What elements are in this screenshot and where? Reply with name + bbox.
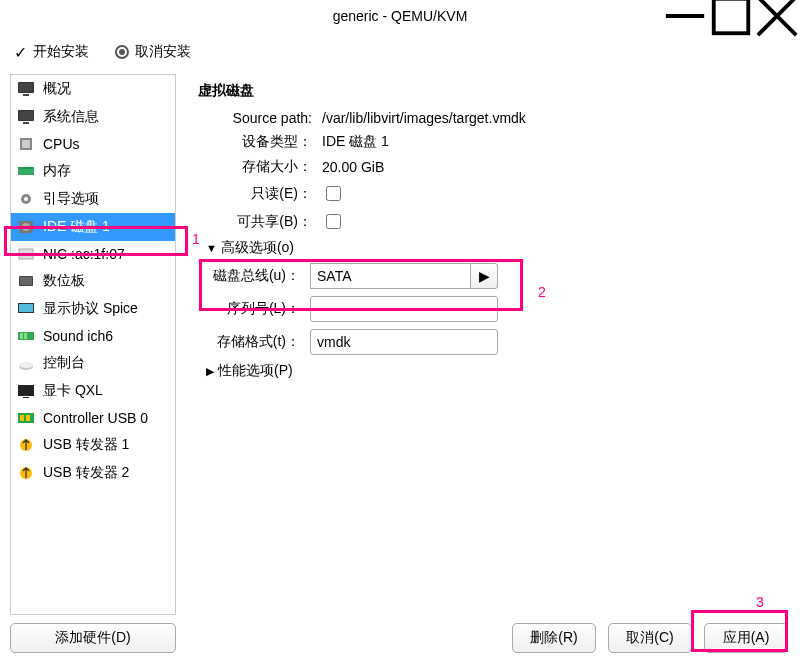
- performance-header[interactable]: ▶ 性能选项(P): [206, 362, 790, 380]
- serial-input[interactable]: [310, 296, 498, 322]
- sidebar-item-label: 系统信息: [43, 108, 99, 126]
- sidebar-item-0[interactable]: 概况: [11, 75, 175, 103]
- disk-form: Source path: /var/lib/libvirt/images/tar…: [212, 110, 790, 232]
- svg-rect-3: [23, 94, 29, 96]
- annotation-label-1: 1: [192, 231, 200, 247]
- ram-icon: [17, 163, 35, 179]
- svg-point-25: [19, 362, 33, 368]
- svg-point-12: [24, 197, 28, 201]
- sidebar-item-label: IDE 磁盘 1: [43, 218, 110, 236]
- sidebar-item-label: USB 转发器 1: [43, 436, 129, 454]
- video-icon: [17, 383, 35, 399]
- begin-install-label: 开始安装: [33, 43, 89, 61]
- disk-bus-input[interactable]: [310, 263, 470, 289]
- svg-rect-18: [20, 277, 32, 285]
- cancel-install-button[interactable]: 取消安装: [115, 43, 191, 61]
- minimize-button[interactable]: [662, 0, 708, 32]
- cancel-button[interactable]: 取消(C): [608, 623, 692, 653]
- readonly-label: 只读(E)：: [212, 185, 312, 203]
- sidebar-item-label: Controller USB 0: [43, 410, 148, 426]
- sidebar-item-1[interactable]: 系统信息: [11, 103, 175, 131]
- svg-rect-20: [19, 304, 33, 312]
- advanced-header[interactable]: ▼ 高级选项(o): [206, 239, 790, 257]
- svg-rect-30: [26, 415, 30, 421]
- device-type-value: IDE 磁盘 1: [322, 133, 389, 151]
- storage-size-value: 20.00 GiB: [322, 159, 384, 175]
- sidebar-item-12[interactable]: Controller USB 0: [11, 405, 175, 431]
- sidebar-item-8[interactable]: 显示协议 Spice: [11, 295, 175, 323]
- sidebar-item-label: NIC :ac:1f:07: [43, 246, 125, 262]
- sidebar-item-label: 显示协议 Spice: [43, 300, 138, 318]
- advanced-expander: ▼ 高级选项(o) 磁盘总线(u)： ▶ 序列号(L)：: [206, 239, 790, 355]
- footer: 删除(R) 取消(C) 应用(A): [512, 623, 788, 653]
- sidebar-item-5[interactable]: IDE 磁盘 1: [11, 213, 175, 241]
- svg-rect-2: [19, 83, 33, 92]
- sidebar-item-9[interactable]: Sound ich6: [11, 323, 175, 349]
- sidebar-item-label: Sound ich6: [43, 328, 113, 344]
- sidebar-item-label: 内存: [43, 162, 71, 180]
- svg-rect-8: [22, 140, 30, 148]
- check-icon: ✓: [14, 43, 27, 62]
- close-button[interactable]: [754, 0, 800, 32]
- sidebar: 概况系统信息CPUs内存引导选项IDE 磁盘 1NIC :ac:1f:07数位板…: [0, 72, 186, 661]
- sidebar-item-13[interactable]: USB 转发器 1: [11, 431, 175, 459]
- advanced-body: 磁盘总线(u)： ▶ 序列号(L)： 存储格式(t)：: [206, 263, 790, 355]
- monitor-icon: [17, 109, 35, 125]
- shareable-label: 可共享(B)：: [212, 213, 312, 231]
- svg-rect-26: [18, 385, 34, 396]
- apply-button[interactable]: 应用(A): [704, 623, 788, 653]
- chevron-right-icon: ▶: [479, 268, 490, 284]
- gear-icon: [17, 191, 35, 207]
- sidebar-item-label: USB 转发器 2: [43, 464, 129, 482]
- sidebar-item-11[interactable]: 显卡 QXL: [11, 377, 175, 405]
- svg-rect-5: [19, 111, 33, 120]
- source-path-value: /var/lib/libvirt/images/target.vmdk: [322, 110, 526, 126]
- main-panel: 虚拟磁盘 Source path: /var/lib/libvirt/image…: [186, 72, 800, 661]
- sidebar-item-14[interactable]: USB 转发器 2: [11, 459, 175, 487]
- begin-install-button[interactable]: ✓ 开始安装: [14, 43, 89, 62]
- triangle-down-icon: ▼: [206, 242, 217, 254]
- svg-rect-16: [19, 249, 33, 259]
- usb-redirect-icon: [17, 437, 35, 453]
- add-hardware-label: 添加硬件(D): [55, 629, 130, 647]
- sidebar-item-2[interactable]: CPUs: [11, 131, 175, 157]
- sidebar-item-label: 数位板: [43, 272, 85, 290]
- cpu-icon: [17, 136, 35, 152]
- cancel-icon: [115, 45, 129, 59]
- sidebar-item-4[interactable]: 引导选项: [11, 185, 175, 213]
- storage-size-label: 存储大小：: [212, 158, 312, 176]
- hardware-list[interactable]: 概况系统信息CPUs内存引导选项IDE 磁盘 1NIC :ac:1f:07数位板…: [10, 74, 176, 615]
- disk-bus-combo[interactable]: ▶: [310, 263, 498, 289]
- sidebar-item-7[interactable]: 数位板: [11, 267, 175, 295]
- add-hardware-button[interactable]: 添加硬件(D): [10, 623, 176, 653]
- container: 概况系统信息CPUs内存引导选项IDE 磁盘 1NIC :ac:1f:07数位板…: [0, 72, 800, 661]
- annotation-label-3: 3: [756, 594, 764, 610]
- window: generic - QEMU/KVM ✓ 开始安装 取消安装 概况系统信息CPU…: [0, 0, 800, 661]
- delete-button[interactable]: 删除(R): [512, 623, 596, 653]
- sidebar-item-label: CPUs: [43, 136, 80, 152]
- disk-bus-dropdown-button[interactable]: ▶: [470, 263, 498, 289]
- sound-icon: [17, 328, 35, 344]
- titlebar: generic - QEMU/KVM: [0, 0, 800, 32]
- usb-redirect-icon: [17, 465, 35, 481]
- storage-format-input[interactable]: [310, 329, 498, 355]
- sidebar-item-6[interactable]: NIC :ac:1f:07: [11, 241, 175, 267]
- svg-rect-10: [18, 167, 34, 169]
- svg-rect-27: [23, 397, 29, 398]
- annotation-label-2: 2: [538, 284, 546, 300]
- disk-icon: [17, 219, 35, 235]
- svg-rect-0: [714, 0, 749, 33]
- shareable-checkbox[interactable]: [326, 214, 341, 229]
- display-icon: [17, 301, 35, 317]
- cancel-install-label: 取消安装: [135, 43, 191, 61]
- performance-header-label: 性能选项(P): [218, 362, 293, 380]
- sidebar-item-10[interactable]: 控制台: [11, 349, 175, 377]
- device-type-label: 设备类型：: [212, 133, 312, 151]
- readonly-checkbox[interactable]: [326, 186, 341, 201]
- svg-point-15: [25, 226, 27, 228]
- maximize-button[interactable]: [708, 0, 754, 32]
- source-path-label: Source path:: [212, 110, 312, 126]
- sidebar-item-3[interactable]: 内存: [11, 157, 175, 185]
- usb-controller-icon: [17, 410, 35, 426]
- sidebar-item-label: 显卡 QXL: [43, 382, 103, 400]
